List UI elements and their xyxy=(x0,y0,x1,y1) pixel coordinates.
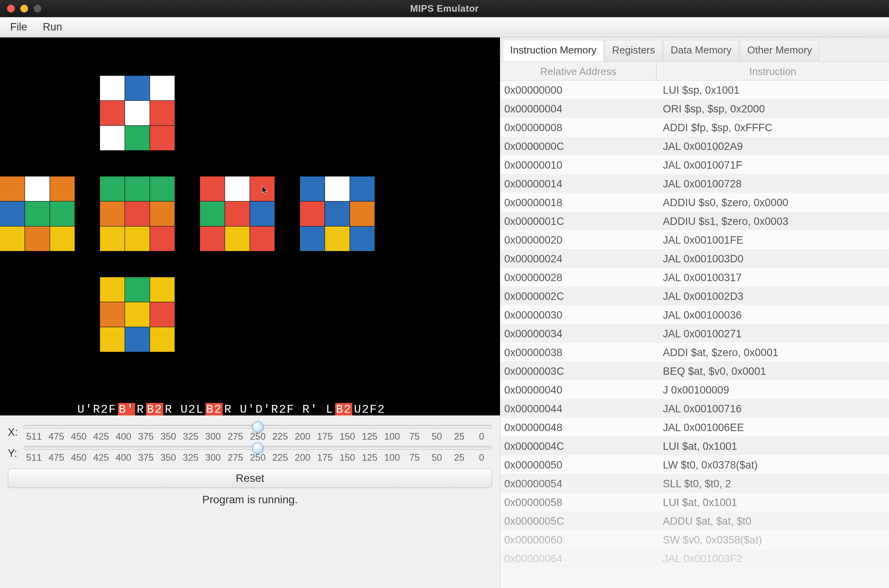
cell-instruction: BEQ $at, $v0, 0x0001 xyxy=(657,362,889,380)
table-row[interactable]: 0x00000044JAL 0x00100716 xyxy=(500,399,889,418)
menu-file[interactable]: File xyxy=(10,21,27,33)
slider-x[interactable] xyxy=(23,425,492,429)
cell-address: 0x00000020 xyxy=(500,230,657,249)
tick-label: 50 xyxy=(427,431,446,442)
table-row[interactable]: 0x0000005CADDU $at, $at, $t0 xyxy=(500,511,889,530)
cell-address: 0x00000044 xyxy=(500,399,657,418)
tick-label: 175 xyxy=(315,452,335,463)
tick-label: 75 xyxy=(405,431,424,442)
cube-cell xyxy=(150,126,175,150)
cell-address: 0x00000054 xyxy=(500,474,657,493)
cube-cell xyxy=(150,76,175,100)
table-row[interactable]: 0x00000000LUI $sp, 0x1001 xyxy=(500,80,889,99)
tab-instruction-memory[interactable]: Instruction Memory xyxy=(503,40,604,61)
tick-label: 50 xyxy=(427,452,446,463)
cube-cell xyxy=(350,176,375,201)
tick-label: 375 xyxy=(136,431,155,442)
cell-instruction: ADDIU $s1, $zero, 0x0003 xyxy=(657,212,889,230)
table-row[interactable]: 0x00000064JAL 0x001003F2 xyxy=(500,549,889,568)
slider-y-thumb[interactable] xyxy=(252,443,263,454)
table-row[interactable]: 0x00000010JAL 0x0010071F xyxy=(500,155,889,174)
tab-data-memory[interactable]: Data Memory xyxy=(663,40,739,61)
cube-cell xyxy=(50,226,75,251)
cube-cell xyxy=(150,201,175,226)
table-row[interactable]: 0x00000024JAL 0x001003D0 xyxy=(500,249,889,268)
tick-label: 225 xyxy=(270,431,290,442)
cell-address: 0x00000000 xyxy=(500,80,657,99)
cell-instruction: JAL 0x00100716 xyxy=(657,399,889,418)
tab-other-memory[interactable]: Other Memory xyxy=(740,40,819,61)
cube-cell xyxy=(150,226,175,251)
cell-instruction: J 0x00100009 xyxy=(657,380,889,399)
cell-address: 0x0000003C xyxy=(500,362,657,380)
tick-label: 425 xyxy=(91,431,111,442)
move-highlight: B' xyxy=(118,403,135,415)
table-row[interactable]: 0x00000040J 0x00100009 xyxy=(500,380,889,399)
tick-label: 150 xyxy=(337,452,357,463)
tick-label: 200 xyxy=(293,452,312,463)
table-row[interactable]: 0x00000050LW $t0, 0x0378($at) xyxy=(500,455,889,474)
cell-address: 0x0000001C xyxy=(500,212,657,230)
cube-face-top xyxy=(100,76,175,150)
table-row[interactable]: 0x0000004CLUI $at, 0x1001 xyxy=(500,437,889,455)
tabs: Instruction MemoryRegistersData MemoryOt… xyxy=(500,37,889,62)
table-row[interactable]: 0x0000001CADDIU $s1, $zero, 0x0003 xyxy=(500,212,889,230)
cube-cell xyxy=(125,327,150,352)
tick-label: 0 xyxy=(472,431,491,442)
tick-label: 0 xyxy=(472,452,491,463)
tab-registers[interactable]: Registers xyxy=(605,40,662,61)
slider-y[interactable] xyxy=(23,446,492,450)
table-row[interactable]: 0x00000048JAL 0x001006EE xyxy=(500,418,889,437)
table-row[interactable]: 0x00000034JAL 0x00100271 xyxy=(500,324,889,343)
cube-cell xyxy=(300,201,325,226)
slider-x-label: X: xyxy=(8,422,23,438)
tick-label: 325 xyxy=(181,431,200,442)
cell-instruction: SLL $t0, $t0, 2 xyxy=(657,474,889,493)
tick-label: 400 xyxy=(114,431,133,442)
reset-button[interactable]: Reset xyxy=(8,469,492,488)
instruction-table[interactable]: 0x00000000LUI $sp, 0x10010x00000004ORI $… xyxy=(500,80,889,568)
menu-run[interactable]: Run xyxy=(43,21,62,33)
table-row[interactable]: 0x00000018ADDIU $s0, $zero, 0x0000 xyxy=(500,193,889,212)
tick-label: 511 xyxy=(24,452,44,463)
tick-label: 375 xyxy=(136,452,155,463)
table-row[interactable]: 0x00000038ADDI $at, $zero, 0x0001 xyxy=(500,343,889,362)
cube-cell xyxy=(125,302,150,327)
table-row[interactable]: 0x00000004ORI $sp, $sp, 0x2000 xyxy=(500,99,889,118)
tick-label: 25 xyxy=(450,452,469,463)
table-row[interactable]: 0x0000002CJAL 0x001002D3 xyxy=(500,287,889,305)
table-row[interactable]: 0x00000054SLL $t0, $t0, 2 xyxy=(500,474,889,493)
cube-cell xyxy=(250,176,275,201)
cell-instruction: ADDI $at, $zero, 0x0001 xyxy=(657,343,889,362)
table-row[interactable]: 0x00000030JAL 0x00100036 xyxy=(500,305,889,324)
cube-cell xyxy=(125,226,150,251)
cell-address: 0x00000008 xyxy=(500,118,657,137)
table-row[interactable]: 0x00000060SW $v0, 0x0358($at) xyxy=(500,530,889,549)
table-row[interactable]: 0x00000014JAL 0x00100728 xyxy=(500,174,889,193)
move-text: U'R2F xyxy=(77,403,116,415)
cube-cell xyxy=(300,226,325,251)
cell-address: 0x0000004C xyxy=(500,437,657,455)
move-sequence: U'R2F B'R B2R U2LB2R U'D'R2F R' LB2U2F2 xyxy=(77,403,385,415)
col-address: Relative Address xyxy=(500,62,657,80)
table-row[interactable]: 0x00000058LUI $at, 0x1001 xyxy=(500,493,889,511)
cell-instruction: ADDIU $s0, $zero, 0x0000 xyxy=(657,193,889,212)
table-row[interactable]: 0x00000020JAL 0x001001FE xyxy=(500,230,889,249)
cube-cell xyxy=(125,176,150,201)
cell-address: 0x0000000C xyxy=(500,137,657,155)
move-text: R U'D'R2F R' L xyxy=(224,403,334,415)
slider-x-thumb[interactable] xyxy=(252,422,263,433)
move-text: U2F2 xyxy=(354,403,385,415)
cube-cell xyxy=(325,226,350,251)
cell-instruction: SW $v0, 0x0358($at) xyxy=(657,530,889,549)
cell-address: 0x00000038 xyxy=(500,343,657,362)
cube-cell xyxy=(125,76,150,100)
cell-instruction: JAL 0x001002D3 xyxy=(657,287,889,305)
slider-y-ticks: 5114754504254003753503253002752502252001… xyxy=(23,452,492,463)
tick-label: 25 xyxy=(450,431,469,442)
cell-instruction: LUI $at, 0x1001 xyxy=(657,437,889,455)
table-row[interactable]: 0x0000000CJAL 0x001002A9 xyxy=(500,137,889,155)
table-row[interactable]: 0x00000008ADDI $fp, $sp, 0xFFFC xyxy=(500,118,889,137)
table-row[interactable]: 0x0000003CBEQ $at, $v0, 0x0001 xyxy=(500,362,889,380)
table-row[interactable]: 0x00000028JAL 0x00100317 xyxy=(500,268,889,287)
